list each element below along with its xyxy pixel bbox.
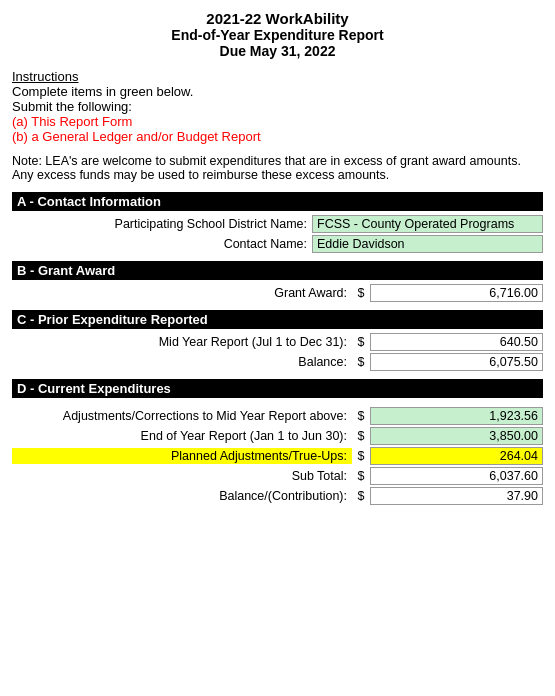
section-d-label-0: Adjustments/Corrections to Mid Year Repo…: [12, 409, 352, 423]
section-d-value-4: 37.90: [370, 487, 543, 505]
instructions-item-a-text: This Report Form: [31, 114, 132, 129]
section-c-label-0: Mid Year Report (Jul 1 to Dec 31):: [12, 335, 352, 349]
section-a-row-0: Participating School District Name: FCSS…: [12, 215, 543, 233]
instructions-line1: Complete items in green below.: [12, 84, 543, 99]
section-c-row-0: Mid Year Report (Jul 1 to Dec 31): $ 640…: [12, 333, 543, 351]
section-a-value-1[interactable]: Eddie Davidson: [312, 235, 543, 253]
instructions-item-a-prefix: (a): [12, 114, 31, 129]
section-b-dollar-0: $: [352, 286, 370, 300]
instructions-line2: Submit the following:: [12, 99, 543, 114]
title-line2: End-of-Year Expenditure Report: [12, 27, 543, 43]
section-d-value-1[interactable]: 3,850.00: [370, 427, 543, 445]
section-d-value-0[interactable]: 1,923.56: [370, 407, 543, 425]
section-d-row-2: Planned Adjustments/True-Ups: $ 264.04: [12, 447, 543, 465]
section-c-row-1: Balance: $ 6,075.50: [12, 353, 543, 371]
section-c-header: C - Prior Expenditure Reported: [12, 310, 543, 329]
instructions-block: Instructions Complete items in green bel…: [12, 69, 543, 144]
section-d-row-0: Adjustments/Corrections to Mid Year Repo…: [12, 407, 543, 425]
section-d-label-4: Balance/(Contribution):: [12, 489, 352, 503]
section-b-value-0: 6,716.00: [370, 284, 543, 302]
section-a-row-1: Contact Name: Eddie Davidson: [12, 235, 543, 253]
section-a-label-1: Contact Name:: [12, 237, 312, 251]
section-d-label-2: Planned Adjustments/True-Ups:: [12, 448, 352, 464]
section-d-value-3: 6,037.60: [370, 467, 543, 485]
section-a-header: A - Contact Information: [12, 192, 543, 211]
section-b-row-0: Grant Award: $ 6,716.00: [12, 284, 543, 302]
section-d-row-3: Sub Total: $ 6,037.60: [12, 467, 543, 485]
section-d-row-4: Balance/(Contribution): $ 37.90: [12, 487, 543, 505]
section-d-label-1: End of Year Report (Jan 1 to Jun 30):: [12, 429, 352, 443]
section-d-header: D - Current Expenditures: [12, 379, 543, 398]
section-d-label-3: Sub Total:: [12, 469, 352, 483]
instructions-item-b: (b) a General Ledger and/or Budget Repor…: [12, 129, 543, 144]
section-c-dollar-0: $: [352, 335, 370, 349]
section-a-value-0[interactable]: FCSS - County Operated Programs: [312, 215, 543, 233]
section-a-label-0: Participating School District Name:: [12, 217, 312, 231]
instructions-heading: Instructions: [12, 69, 78, 84]
title-line1: 2021-22 WorkAbility: [12, 10, 543, 27]
section-d-value-2[interactable]: 264.04: [370, 447, 543, 465]
title-line3: Due May 31, 2022: [12, 43, 543, 59]
section-d-dollar-1: $: [352, 429, 370, 443]
section-c-value-1: 6,075.50: [370, 353, 543, 371]
section-b-header: B - Grant Award: [12, 261, 543, 280]
section-b-label-0: Grant Award:: [12, 286, 352, 300]
section-c-label-1: Balance:: [12, 355, 352, 369]
title-block: 2021-22 WorkAbility End-of-Year Expendit…: [12, 10, 543, 59]
section-d-dollar-0: $: [352, 409, 370, 423]
instructions-item-a: (a) This Report Form: [12, 114, 543, 129]
section-d-dollar-3: $: [352, 469, 370, 483]
section-d-dollar-4: $: [352, 489, 370, 503]
section-c-value-0: 640.50: [370, 333, 543, 351]
section-d-row-1: End of Year Report (Jan 1 to Jun 30): $ …: [12, 427, 543, 445]
section-c-dollar-1: $: [352, 355, 370, 369]
note-block: Note: LEA's are welcome to submit expend…: [12, 154, 543, 182]
section-d-dollar-2: $: [352, 449, 370, 463]
instructions-item-b-prefix: (b): [12, 129, 32, 144]
instructions-item-b-text: a General Ledger and/or Budget Report: [32, 129, 261, 144]
